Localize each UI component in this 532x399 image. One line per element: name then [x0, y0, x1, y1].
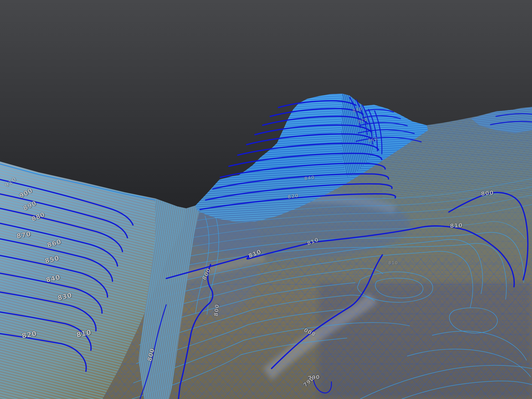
viewport-3d[interactable]: 9109008908808708608508408308208108808708…: [0, 0, 532, 399]
terrain-scene: [0, 0, 532, 399]
